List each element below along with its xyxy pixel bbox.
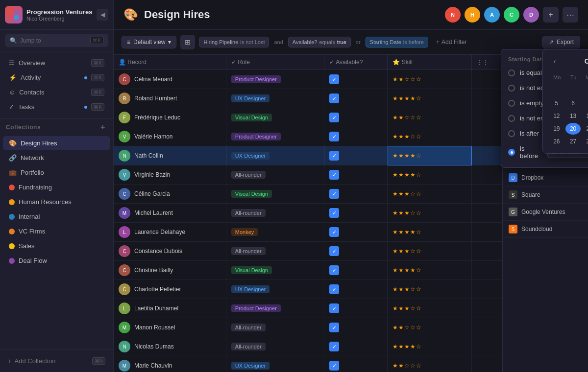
more-options-button[interactable]: ⋯ <box>563 7 578 23</box>
search-bar[interactable]: 🔍 Jump to ⌘K <box>5 34 108 47</box>
filter1-field: Hiring Pipeline <box>203 39 238 45</box>
view-selector[interactable]: ≡ Default view ▾ <box>122 36 176 48</box>
person-name: Valérie Hamon <box>134 133 172 140</box>
add-filter-button[interactable]: + Add Filter <box>432 36 470 48</box>
filter-button[interactable]: ⊞ <box>180 35 195 49</box>
skill-stars: ★★★☆☆ <box>392 286 422 293</box>
available-checkbox: ✓ <box>329 113 339 122</box>
company-name: Soundcloud <box>521 226 552 232</box>
collection-deal-flow[interactable]: Deal Flow <box>3 254 110 268</box>
cell-menu <box>472 299 504 318</box>
calendar-prev-button[interactable]: ‹ <box>549 55 561 67</box>
collection-portfolio[interactable]: 💼 Portfolio <box>3 165 110 180</box>
radio-before <box>508 149 515 156</box>
sidebar-item-activity[interactable]: ⚡ Activity ⌘K <box>3 70 110 85</box>
calendar-day[interactable]: 7 <box>582 97 588 109</box>
collection-network[interactable]: 🔗 Network <box>3 151 110 165</box>
tasks-label: Tasks <box>18 103 80 111</box>
collection-human-resources[interactable]: Human Resources <box>3 195 110 209</box>
person-avatar: R <box>119 93 130 104</box>
skill-stars: ★★☆☆☆ <box>392 324 422 331</box>
sidebar-item-tasks[interactable]: ✓ Tasks ⌘K <box>3 100 110 114</box>
person-name: Christine Bailly <box>134 267 173 274</box>
sales-icon <box>9 243 15 249</box>
right-panel-item[interactable]: S Square <box>503 186 588 204</box>
right-panel-item[interactable]: D Dropbox <box>503 169 588 186</box>
col-available: ✓ Available? <box>324 55 388 70</box>
filter-tag-1[interactable]: Hiring Pipeline is not Lost <box>199 37 269 47</box>
company-logo: S <box>509 190 517 199</box>
cell-name: C Célina Menard <box>114 70 226 89</box>
calendar-day[interactable]: 28 <box>582 136 588 147</box>
filter3-field: Starting Date <box>370 39 401 45</box>
calendar-day[interactable]: 12 <box>549 110 564 122</box>
person-avatar: M <box>119 360 130 372</box>
cell-name: R Roland Humbert <box>114 89 226 108</box>
right-panel-item[interactable]: G Google Ventures <box>503 204 588 221</box>
design-hires-icon: 🎨 <box>9 140 17 147</box>
page-title: Design Hires <box>144 8 210 21</box>
add-collection-icon[interactable]: + <box>98 123 107 132</box>
collection-fundraising[interactable]: Fundraising <box>3 180 110 194</box>
company-name: Dropbox <box>521 174 543 181</box>
view-chevron-icon: ▾ <box>168 39 171 46</box>
tasks-dot <box>84 106 87 109</box>
calendar-day[interactable]: 27 <box>565 136 581 147</box>
collection-design-hires[interactable]: 🎨 Design Hires <box>3 136 110 150</box>
portfolio-label: Portfolio <box>21 169 44 176</box>
fundraising-label: Fundraising <box>19 184 52 191</box>
vc-icon <box>9 229 15 234</box>
calendar-day <box>565 85 581 96</box>
sidebar-item-overview[interactable]: ☰ Overview ⌘K <box>3 56 110 70</box>
available-checkbox: ✓ <box>329 265 339 275</box>
sidebar-item-contacts[interactable]: ☺ Contacts ⌘K <box>3 85 110 99</box>
calendar-day[interactable]: 14 <box>582 110 588 122</box>
calendar-day[interactable]: 26 <box>549 136 564 147</box>
avatar-d[interactable]: D <box>523 7 539 23</box>
fundraising-icon <box>9 185 15 190</box>
cell-role: Monkey <box>226 223 324 242</box>
export-button[interactable]: ↗ Export <box>542 36 580 48</box>
skill-stars: ★★★☆☆ <box>392 305 422 312</box>
sales-label: Sales <box>19 242 35 250</box>
avatar-c[interactable]: C <box>504 7 519 23</box>
right-panel-item[interactable]: S Soundcloud <box>503 221 588 238</box>
cell-role: All-rounder <box>226 204 324 223</box>
available-checkbox: ✓ <box>329 189 339 199</box>
sidebar-header: Progression Ventures Nico Greenberg ◀ <box>0 0 113 30</box>
cell-role: Visual Design <box>226 108 324 127</box>
calendar-day[interactable]: 20 <box>565 123 581 135</box>
collection-sales[interactable]: Sales <box>3 239 110 253</box>
cell-menu <box>472 261 504 280</box>
calendar-popup: ‹ October 2020 › Mo Tu We Th Fr Sa Su 12… <box>542 49 588 154</box>
day-mo: Mo <box>549 73 565 82</box>
skill-stars: ★★★★☆ <box>392 171 422 178</box>
filter-tag-3[interactable]: Starting Date is before <box>366 37 428 47</box>
add-member-button[interactable]: + <box>543 7 559 23</box>
main-header: 🎨 Design Hires N H A C D + ⋯ <box>114 0 588 30</box>
avatar-a[interactable]: A <box>484 7 500 23</box>
role-badge: All-rounder <box>231 209 266 217</box>
add-collection-button[interactable]: + Add Collection ⌘N <box>3 354 110 368</box>
avatar-h[interactable]: H <box>465 7 480 23</box>
sidebar-collapse-button[interactable]: ◀ <box>97 9 108 21</box>
calendar-day[interactable]: 19 <box>549 123 564 135</box>
cell-name: M Michel Laurent <box>114 204 226 223</box>
cell-available: ✓ <box>324 70 388 89</box>
collection-internal[interactable]: Internal <box>3 209 110 224</box>
filter-tag-2[interactable]: Available? equals true <box>288 37 351 47</box>
calendar-day[interactable]: 13 <box>565 110 581 122</box>
cell-menu <box>472 223 504 242</box>
cell-menu <box>472 146 504 165</box>
avatar-n[interactable]: N <box>445 7 461 23</box>
company-logo: S <box>509 225 517 233</box>
calendar-day[interactable]: 6 <box>565 97 581 109</box>
cell-available: ✓ <box>324 318 388 337</box>
skill-stars: ★★★★☆ <box>392 152 422 159</box>
role-badge: Product Designer <box>231 304 281 312</box>
available-icon: ✓ <box>329 59 334 66</box>
person-avatar: L <box>119 302 130 314</box>
calendar-day[interactable]: 21 <box>582 123 588 135</box>
collection-vc-firms[interactable]: VC Firms <box>3 224 110 238</box>
calendar-day[interactable]: 5 <box>549 97 564 109</box>
